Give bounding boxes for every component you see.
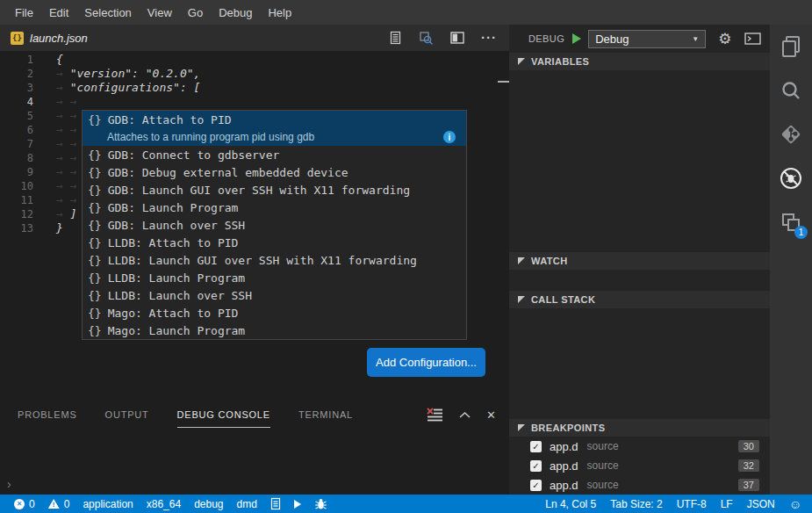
open-preview-icon[interactable]: [389, 31, 402, 45]
panel-tab-output[interactable]: OUTPUT: [105, 401, 149, 428]
feedback-smiley-icon[interactable]: ☺: [789, 498, 801, 510]
status-item-x86-64[interactable]: x86_64: [147, 498, 181, 510]
clear-console-icon[interactable]: [427, 408, 443, 423]
run-icon[interactable]: [294, 500, 301, 509]
close-panel-icon[interactable]: ✕: [486, 408, 496, 422]
snippet-icon: {}: [88, 289, 102, 302]
section-title: BREAKPOINTS: [531, 423, 605, 433]
suggest-item-description: Attaches to a running program pid using …: [107, 131, 443, 143]
status-item-ln-4-col-5[interactable]: Ln 4, Col 5: [545, 498, 596, 510]
debug-configuration-dropdown[interactable]: Debug ▼: [588, 30, 706, 48]
suggest-item-label: Mago: Attach to PID: [108, 307, 239, 320]
suggest-item[interactable]: {}GDB: Connect to gdbserver: [83, 146, 466, 163]
panel-tab-terminal[interactable]: TERMINAL: [298, 401, 353, 428]
error-count[interactable]: ✕ 0: [14, 498, 35, 510]
status-left: ✕ 0 ! 0 applicationx86_64debugdmd: [14, 497, 327, 510]
suggest-item-label: Mago: Launch Program: [108, 324, 246, 337]
section-variables[interactable]: VARIABLES: [509, 53, 770, 70]
selected-configuration: Debug: [595, 33, 629, 46]
debug-sidebar: DEBUG Debug ▼ ⚙ VARIABLES: [509, 25, 770, 495]
split-editor-icon[interactable]: [450, 32, 464, 44]
debug-console-content[interactable]: ›: [0, 428, 509, 495]
line-number: 5: [0, 109, 33, 123]
warning-count[interactable]: ! 0: [48, 498, 70, 510]
tab-launch-json[interactable]: {} launch.json: [0, 25, 100, 51]
code-line[interactable]: 3→ "configurations": [: [0, 81, 509, 95]
menu-item-debug[interactable]: Debug: [211, 6, 260, 19]
suggest-item[interactable]: {}GDB: Launch Program: [83, 199, 466, 216]
snippet-icon: {}: [88, 184, 102, 197]
whitespace-marks: → →: [56, 109, 83, 123]
status-item-tab-size-2[interactable]: Tab Size: 2: [610, 498, 662, 510]
menu-item-view[interactable]: View: [140, 6, 180, 19]
breakpoint-row[interactable]: ✓app.dsource37: [509, 475, 770, 495]
section-watch[interactable]: WATCH: [509, 252, 770, 270]
code-line[interactable]: 1{: [0, 53, 509, 67]
suggest-item-label: LLDB: Launch Program: [108, 271, 246, 285]
menu-item-edit[interactable]: Edit: [41, 6, 76, 19]
add-configuration-button[interactable]: Add Configuration...: [367, 348, 485, 377]
code-editor[interactable]: 1{2→ "version": "0.2.0",3→ "configuratio…: [0, 51, 509, 401]
suggest-item[interactable]: {}LLDB: Launch over SSH: [83, 286, 466, 304]
breakpoint-checkbox[interactable]: ✓: [530, 441, 542, 452]
document-icon[interactable]: [270, 497, 281, 510]
find-in-file-icon[interactable]: [419, 31, 434, 46]
breakpoint-row[interactable]: ✓app.dsource30: [509, 437, 770, 456]
bug-icon[interactable]: [314, 498, 327, 510]
status-left-items: applicationx86_64debugdmd: [83, 498, 256, 510]
status-item-utf-8[interactable]: UTF-8: [677, 498, 707, 510]
line-content: }: [56, 221, 63, 235]
suggest-item[interactable]: {}LLDB: Attach to PID: [83, 234, 466, 251]
search-icon[interactable]: [770, 69, 812, 112]
status-item-dmd[interactable]: dmd: [237, 498, 257, 510]
maximize-panel-icon[interactable]: [458, 411, 471, 419]
panel-tab-problems[interactable]: PROBLEMS: [18, 401, 77, 428]
breakpoint-origin: source: [587, 459, 619, 472]
menu-item-file[interactable]: File: [7, 6, 41, 19]
suggest-item-label: GDB: Debug external embedded device: [108, 166, 349, 179]
suggest-item[interactable]: {}GDB: Launch GUI over SSH with X11 forw…: [83, 181, 466, 199]
suggest-item[interactable]: {}GDB: Debug external embedded device: [83, 163, 466, 181]
start-debug-button[interactable]: [572, 33, 581, 44]
menu-item-help[interactable]: Help: [260, 6, 299, 19]
breakpoint-checkbox[interactable]: ✓: [530, 480, 542, 491]
info-icon[interactable]: i: [443, 131, 456, 143]
extensions-icon[interactable]: 1: [770, 200, 812, 244]
breakpoint-row[interactable]: ✓app.dsource32: [509, 456, 770, 475]
explorer-icon[interactable]: [770, 25, 812, 69]
status-item-lf[interactable]: LF: [721, 498, 733, 510]
debug-icon[interactable]: [770, 156, 812, 200]
editor-column: {} launch.json: [0, 25, 509, 495]
panel-tab-debug-console[interactable]: DEBUG CONSOLE: [177, 401, 270, 428]
suggest-item[interactable]: {}Mago: Launch Program: [83, 322, 466, 339]
code-text: "version": "0.2.0",: [70, 67, 201, 81]
menu-item-selection[interactable]: Selection: [76, 6, 139, 19]
source-control-icon[interactable]: [770, 112, 812, 156]
section-breakpoints[interactable]: BREAKPOINTS: [509, 419, 770, 437]
breakpoint-checkbox[interactable]: ✓: [530, 460, 542, 472]
suggest-item[interactable]: {}Mago: Attach to PID: [83, 304, 466, 322]
breakpoint-file: app.d: [550, 440, 578, 453]
menu-item-go[interactable]: Go: [180, 6, 211, 19]
extensions-badge: 1: [794, 226, 808, 239]
suggest-item[interactable]: {}LLDB: Launch Program: [83, 269, 466, 286]
suggest-item[interactable]: {}LLDB: Launch GUI over SSH with X11 for…: [83, 251, 466, 269]
status-item-application[interactable]: application: [83, 498, 133, 510]
watch-content: [509, 270, 770, 291]
more-actions-icon[interactable]: ···: [481, 33, 497, 42]
line-content: → →: [56, 165, 83, 179]
suggest-item-selected[interactable]: {}GDB: Attach to PIDAttaches to a runnin…: [83, 111, 466, 146]
section-call-stack[interactable]: CALL STACK: [509, 291, 770, 308]
suggest-item-label: GDB: Attach to PID: [108, 113, 232, 126]
status-item-debug[interactable]: debug: [194, 498, 223, 510]
code-line[interactable]: 2→ "version": "0.2.0",: [0, 67, 509, 81]
suggest-item[interactable]: {}GDB: Launch over SSH: [83, 216, 466, 234]
line-content: → →: [56, 179, 83, 193]
line-content: → "version": "0.2.0",: [56, 67, 200, 81]
line-number: 10: [0, 179, 33, 193]
status-item-json[interactable]: JSON: [747, 498, 775, 510]
configure-gear-icon[interactable]: ⚙: [718, 32, 731, 47]
code-line[interactable]: 4→ →: [0, 95, 509, 109]
open-debug-console-icon[interactable]: [744, 33, 761, 45]
warning-icon: !: [48, 499, 60, 509]
